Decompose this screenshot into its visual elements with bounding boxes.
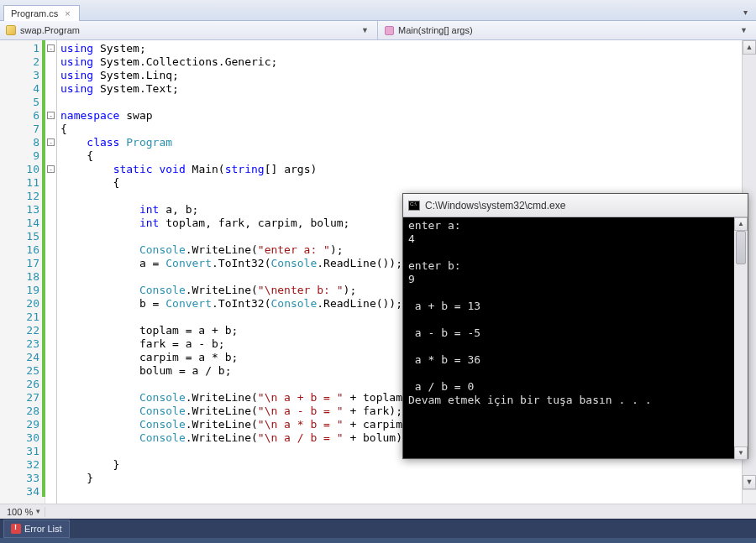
- horizontal-scrollbar-row: 100 % ▼: [0, 504, 756, 519]
- member-dropdown[interactable]: Main(string[] args) ▼: [378, 21, 756, 39]
- close-icon[interactable]: ×: [63, 8, 71, 18]
- member-dropdown-label: Main(string[] args): [398, 25, 733, 35]
- tab-label: Program.cs: [11, 8, 58, 18]
- tab-program-cs[interactable]: Program.cs ×: [3, 5, 80, 21]
- split-handle[interactable]: [743, 489, 756, 504]
- zoom-value: 100 %: [7, 507, 33, 517]
- fold-gutter[interactable]: ----: [45, 40, 57, 504]
- tab-strip: Program.cs × ▾: [0, 0, 756, 21]
- zoom-dropdown[interactable]: 100 % ▼: [0, 507, 45, 517]
- cmd-icon: [408, 201, 420, 211]
- class-dropdown-label: swap.Program: [20, 25, 354, 35]
- chevron-down-icon: ▼: [34, 508, 41, 515]
- console-titlebar[interactable]: C:\Windows\system32\cmd.exe: [403, 194, 748, 217]
- scroll-up-button[interactable]: ▲: [743, 40, 756, 55]
- navigation-bar: swap.Program ▼ Main(string[] args) ▼: [0, 21, 756, 40]
- status-bar: ld succeeded Ln: [0, 538, 756, 543]
- fold-toggle[interactable]: -: [47, 112, 55, 119]
- tab-error-list[interactable]: Error List: [3, 520, 70, 538]
- method-icon: [383, 24, 395, 36]
- scroll-down-button[interactable]: ▼: [734, 446, 748, 460]
- class-dropdown[interactable]: swap.Program ▼: [0, 21, 378, 39]
- scroll-down-button[interactable]: ▼: [743, 475, 756, 489]
- fold-toggle[interactable]: -: [47, 138, 55, 146]
- scrollbar-thumb[interactable]: [736, 231, 746, 264]
- bottom-panel-tabs: Error List: [0, 519, 756, 538]
- console-vertical-scrollbar[interactable]: ▲ ▼: [734, 217, 748, 460]
- class-icon: [5, 24, 17, 36]
- error-list-label: Error List: [24, 524, 62, 534]
- fold-toggle[interactable]: -: [47, 165, 55, 173]
- line-number-gutter: 1234567891011121314151617181920212223242…: [0, 40, 45, 504]
- tab-overflow-dropdown[interactable]: ▾: [740, 4, 751, 20]
- console-title-text: C:\Windows\system32\cmd.exe: [425, 200, 565, 211]
- console-window[interactable]: C:\Windows\system32\cmd.exe enter a: 4 e…: [402, 193, 748, 459]
- console-output[interactable]: enter a: 4 enter b: 9 a + b = 13 a - b =…: [403, 217, 748, 458]
- chevron-down-icon: ▼: [737, 26, 751, 34]
- scroll-up-button[interactable]: ▲: [734, 217, 748, 231]
- chevron-down-icon: ▼: [358, 26, 372, 34]
- error-icon: [11, 524, 21, 534]
- fold-toggle[interactable]: -: [47, 44, 55, 52]
